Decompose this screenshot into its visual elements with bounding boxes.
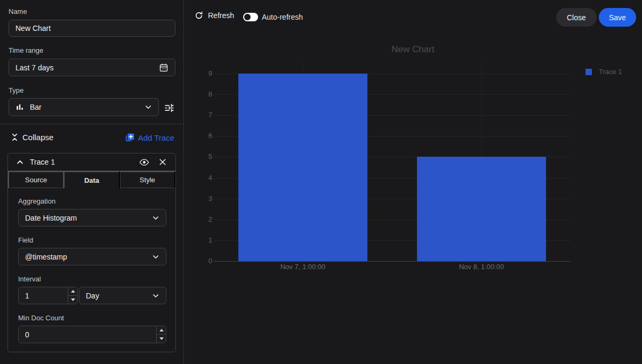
collapse-traces-button[interactable]: Collapse: [11, 133, 53, 142]
x-axis-line: [213, 261, 571, 262]
name-input-wrapper: [9, 20, 175, 37]
section-divider: [0, 124, 184, 124]
field-label: Field: [18, 236, 33, 244]
y-tick-label: 9: [184, 69, 212, 77]
time-range-label: Time range: [9, 46, 43, 54]
chart-preview-area: Refresh Auto-refresh Close Save New Char…: [184, 0, 642, 364]
refresh-icon: [195, 11, 203, 20]
trace-tabs: Source Data Style: [8, 171, 175, 188]
type-select[interactable]: Bar: [9, 98, 159, 116]
trace-header: Trace 1: [8, 153, 175, 171]
bar-chart-icon: [15, 103, 24, 111]
chevron-up-icon[interactable]: [16, 158, 24, 166]
sliders-icon: [164, 102, 175, 114]
triangle-up-icon: [159, 329, 164, 331]
add-trace-button[interactable]: Add Trace: [125, 133, 174, 142]
close-trace-icon[interactable]: [159, 158, 166, 166]
aggregation-label: Aggregation: [18, 197, 55, 205]
collapse-label: Collapse: [22, 133, 53, 142]
interval-spinner: [68, 287, 77, 304]
field-value: @timestamp: [25, 253, 67, 261]
visibility-eye-icon[interactable]: [139, 158, 149, 166]
triangle-down-icon: [159, 337, 164, 340]
field-select[interactable]: @timestamp: [18, 248, 166, 265]
chevron-down-icon: [145, 103, 152, 111]
time-range-value: Last 7 days: [15, 63, 54, 72]
chart-editor-sidebar: Name Time range Last 7 days Type Bar: [0, 0, 184, 364]
interval-input-wrapper: [18, 287, 78, 304]
auto-refresh-toggle[interactable]: [243, 13, 258, 21]
close-button[interactable]: Close: [556, 8, 597, 27]
y-tick-label: 0: [184, 257, 212, 265]
time-range-input[interactable]: Last 7 days: [9, 59, 175, 76]
y-tick-label: 5: [184, 152, 212, 160]
toggle-knob: [244, 14, 251, 20]
add-trace-icon: [125, 133, 134, 142]
min-doc-count-label: Min Doc Count: [18, 314, 64, 322]
y-tick-label: 4: [184, 174, 212, 182]
trace-panel: Trace 1 Source Data Style Aggregation Da…: [7, 153, 176, 352]
save-button[interactable]: Save: [599, 8, 636, 27]
bar-1[interactable]: [238, 74, 367, 261]
calendar-icon: [159, 63, 168, 72]
legend-swatch: [585, 69, 592, 75]
chevron-down-icon: [152, 214, 159, 222]
aggregation-select[interactable]: Date Histogram: [18, 209, 166, 227]
y-tick-label: 3: [184, 195, 212, 203]
interval-label: Interval: [18, 275, 41, 283]
x-tick-label: Nov 7, 1:00:00: [255, 263, 351, 271]
tab-data[interactable]: Data: [63, 171, 119, 188]
y-tick-label: 6: [184, 132, 212, 140]
aggregation-value: Date Histogram: [25, 214, 77, 222]
chevron-down-icon: [152, 292, 159, 300]
spin-down-button[interactable]: [68, 296, 77, 304]
legend-label: Trace 1: [599, 68, 622, 76]
spin-down-button[interactable]: [157, 335, 166, 343]
interval-unit-value: Day: [86, 292, 99, 300]
interval-input[interactable]: [25, 292, 66, 300]
min-doc-count-spinner: [156, 326, 166, 343]
trace-title: Trace 1: [30, 158, 55, 166]
chevron-down-icon: [152, 253, 159, 261]
type-value: Bar: [30, 103, 42, 111]
collapse-icon: [11, 133, 19, 141]
name-label: Name: [9, 7, 27, 15]
auto-refresh-label: Auto-refresh: [262, 13, 303, 21]
legend-item-trace-1[interactable]: Trace 1: [585, 68, 622, 76]
min-doc-count-input-wrapper: [18, 326, 166, 343]
chart-title: New Chart: [184, 44, 642, 55]
bar-2[interactable]: [417, 157, 546, 261]
chart-settings-button[interactable]: [162, 101, 176, 115]
spin-up-button[interactable]: [68, 287, 77, 296]
y-tick-label: 2: [184, 215, 212, 223]
refresh-label: Refresh: [208, 11, 234, 20]
min-doc-count-input[interactable]: [25, 330, 154, 339]
y-tick-label: 8: [184, 90, 212, 98]
x-tick-label: Nov 8, 1:00:00: [434, 263, 529, 271]
tab-style[interactable]: Style: [120, 171, 175, 188]
type-label: Type: [9, 86, 23, 94]
triangle-down-icon: [71, 298, 75, 301]
y-tick-label: 7: [184, 111, 212, 119]
triangle-up-icon: [71, 290, 75, 293]
y-tick-label: 1: [184, 236, 212, 244]
tab-source[interactable]: Source: [8, 171, 63, 188]
name-input[interactable]: [15, 24, 168, 33]
refresh-button[interactable]: Refresh: [195, 11, 234, 20]
interval-unit-select[interactable]: Day: [79, 287, 166, 304]
add-trace-label: Add Trace: [138, 133, 174, 142]
spin-up-button[interactable]: [157, 326, 166, 335]
